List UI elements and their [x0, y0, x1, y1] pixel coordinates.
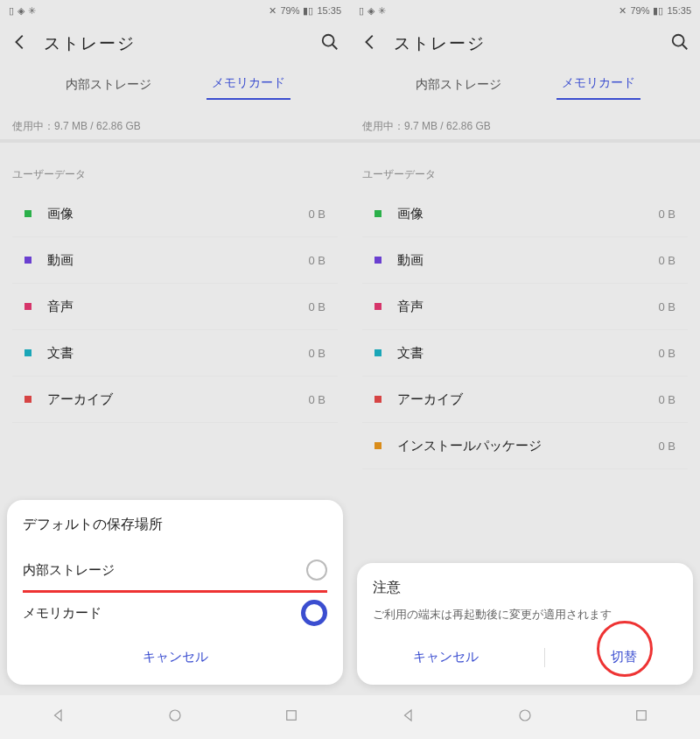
row-audio[interactable]: 音声 0 B — [362, 284, 688, 330]
dot-icon — [374, 257, 382, 264]
nav-home-icon[interactable] — [517, 707, 533, 727]
sim-icon: ▯ — [359, 5, 364, 17]
search-icon[interactable] — [320, 32, 340, 55]
tab-internal[interactable]: 内部ストレージ — [60, 77, 157, 100]
row-video[interactable]: 動画 0 B — [12, 237, 338, 284]
sim-icon: ▯ — [9, 5, 14, 17]
svg-point-0 — [323, 35, 334, 46]
tab-memcard[interactable]: メモリカード — [206, 75, 290, 100]
phone-right: ▯ ◈ ✳ ✕ 79% ▮▯ 15:35 ストレージ 内部ストレージ メモリカー… — [350, 0, 700, 739]
battery-icon: ▮▯ — [653, 5, 663, 17]
row-video[interactable]: 動画 0 B — [362, 237, 688, 284]
radio-internal[interactable]: 内部ストレージ — [23, 550, 327, 593]
nav-bar — [0, 695, 350, 739]
dot-icon — [24, 210, 32, 217]
battery-percent: 79% — [280, 5, 299, 16]
status-bar: ▯ ◈ ✳ ✕ 79% ▮▯ 15:35 — [350, 0, 700, 21]
switch-button[interactable]: 切替 — [595, 642, 653, 672]
dot-icon — [24, 303, 32, 310]
sheet-title: 注意 — [373, 579, 677, 597]
section-userdata: ユーザーデータ — [0, 158, 350, 191]
default-location-sheet: デフォルトの保存場所 内部ストレージ メモリカード キャンセル — [7, 500, 343, 685]
radio-icon — [306, 560, 327, 581]
usage-text: 使用中：9.7 MB / 62.86 GB — [350, 100, 700, 139]
dot-icon — [24, 396, 32, 403]
row-archive[interactable]: アーカイブ 0 B — [12, 377, 338, 423]
row-pkg[interactable]: インストールパッケージ 0 B — [362, 423, 688, 469]
clock: 15:35 — [317, 5, 341, 16]
svg-point-4 — [520, 710, 530, 721]
mute-icon: ✕ — [269, 5, 276, 17]
app-header: ストレージ — [350, 21, 700, 67]
tab-bar: 内部ストレージ メモリカード — [0, 67, 350, 100]
action-divider — [544, 648, 545, 667]
svg-point-1 — [170, 710, 180, 721]
row-docs[interactable]: 文書 0 B — [12, 330, 338, 377]
battery-percent: 79% — [630, 5, 649, 16]
svg-point-3 — [673, 35, 684, 46]
sheet-title: デフォルトの保存場所 — [23, 516, 327, 534]
battery-icon: ▮▯ — [303, 5, 313, 17]
back-icon[interactable] — [10, 32, 30, 55]
row-image[interactable]: 画像 0 B — [362, 191, 688, 237]
usage-text: 使用中：9.7 MB / 62.86 GB — [0, 100, 350, 139]
wifi-icon: ◈ — [368, 5, 374, 17]
radio-memcard[interactable]: メモリカード — [23, 593, 327, 633]
nav-back-icon[interactable] — [401, 707, 416, 727]
dot-icon — [24, 257, 32, 264]
tab-bar: 内部ストレージ メモリカード — [350, 67, 700, 100]
dot-icon — [374, 442, 382, 449]
tab-internal[interactable]: 内部ストレージ — [410, 77, 507, 100]
sheet-actions: キャンセル — [23, 633, 327, 672]
row-docs[interactable]: 文書 0 B — [362, 330, 688, 377]
tab-memcard[interactable]: メモリカード — [556, 75, 640, 100]
nav-back-icon[interactable] — [51, 707, 66, 727]
svg-rect-5 — [637, 711, 647, 721]
svg-rect-2 — [287, 711, 297, 721]
usage-bar — [0, 139, 350, 143]
nav-recents-icon[interactable] — [634, 707, 649, 727]
misc-icon: ✳ — [28, 5, 36, 17]
cancel-button[interactable]: キャンセル — [127, 642, 224, 672]
clock: 15:35 — [667, 5, 691, 16]
dot-icon — [374, 396, 382, 403]
phone-left: ▯ ◈ ✳ ✕ 79% ▮▯ 15:35 ストレージ 内部ストレージ メモリカー… — [0, 0, 350, 739]
nav-home-icon[interactable] — [167, 707, 183, 727]
page-title: ストレージ — [44, 32, 320, 55]
radio-icon-selected — [301, 600, 327, 626]
usage-bar — [350, 139, 700, 143]
status-bar: ▯ ◈ ✳ ✕ 79% ▮▯ 15:35 — [0, 0, 350, 21]
nav-recents-icon[interactable] — [284, 707, 299, 727]
sheet-actions: キャンセル 切替 — [373, 631, 677, 672]
dot-icon — [374, 349, 382, 356]
cancel-button[interactable]: キャンセル — [397, 642, 494, 672]
wifi-icon: ◈ — [18, 5, 24, 17]
app-header: ストレージ — [0, 21, 350, 67]
mute-icon: ✕ — [619, 5, 626, 17]
sheet-body: ご利用の端末は再起動後に変更が適用されます — [373, 606, 677, 624]
dot-icon — [374, 303, 382, 310]
dot-icon — [24, 349, 32, 356]
nav-bar — [350, 695, 700, 739]
attention-sheet: 注意 ご利用の端末は再起動後に変更が適用されます キャンセル 切替 — [357, 563, 693, 685]
misc-icon: ✳ — [378, 5, 386, 17]
back-icon[interactable] — [360, 32, 380, 55]
search-icon[interactable] — [670, 32, 690, 55]
page-title: ストレージ — [394, 32, 670, 55]
section-userdata: ユーザーデータ — [350, 158, 700, 191]
row-audio[interactable]: 音声 0 B — [12, 284, 338, 330]
row-archive[interactable]: アーカイブ 0 B — [362, 377, 688, 423]
row-image[interactable]: 画像 0 B — [12, 191, 338, 237]
dot-icon — [374, 210, 382, 217]
